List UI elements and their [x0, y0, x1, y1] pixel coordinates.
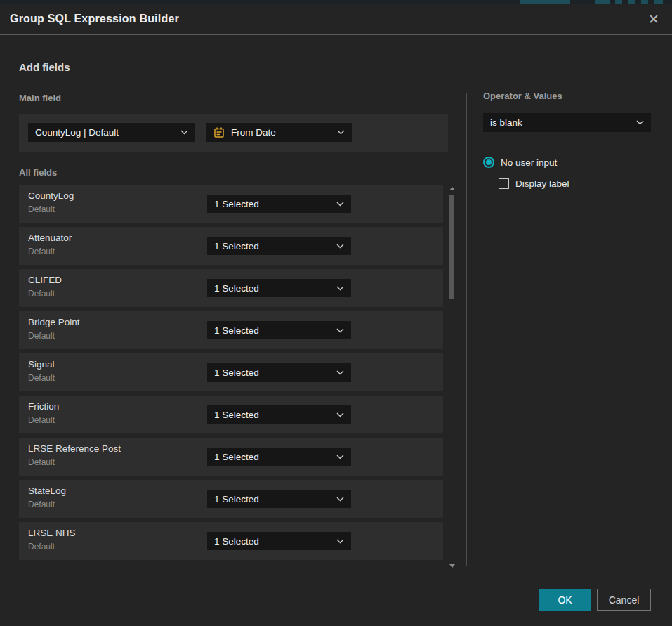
- no-user-input-radio[interactable]: No user input: [483, 157, 557, 168]
- close-icon[interactable]: ✕: [645, 11, 662, 28]
- operator-values-heading: Operator & Values: [483, 91, 562, 101]
- field-value-select[interactable]: 1 Selected: [207, 321, 351, 339]
- chevron-down-icon: [336, 370, 344, 375]
- dialog-header: Group SQL Expression Builder ✕: [0, 4, 672, 35]
- chevron-down-icon: [337, 130, 345, 135]
- ok-button[interactable]: OK: [539, 589, 591, 611]
- display-label-checkbox[interactable]: Display label: [499, 178, 569, 189]
- field-row: Bridge Point Default 1 Selected: [19, 311, 443, 349]
- field-value-select[interactable]: 1 Selected: [207, 405, 351, 424]
- calendar-icon: [213, 126, 225, 138]
- field-value-select-value: 1 Selected: [214, 199, 259, 209]
- field-subtitle: Default: [28, 331, 55, 341]
- field-name: StateLog: [28, 485, 66, 496]
- all-fields-label: All fields: [19, 167, 57, 178]
- display-label-label: Display label: [515, 178, 569, 189]
- chevron-down-icon: [636, 120, 644, 125]
- chevron-down-icon: [336, 455, 344, 459]
- field-value-select-value: 1 Selected: [214, 283, 259, 294]
- chevron-down-icon: [336, 497, 344, 502]
- field-name: Friction: [28, 401, 59, 412]
- field-value-select[interactable]: 1 Selected: [207, 490, 351, 508]
- field-subtitle: Default: [28, 542, 55, 552]
- chevron-down-icon: [336, 328, 344, 333]
- field-row: CountyLog Default 1 Selected: [19, 185, 443, 223]
- field-row: Friction Default 1 Selected: [19, 396, 443, 433]
- no-user-input-label: No user input: [501, 157, 557, 168]
- field-value-select-value: 1 Selected: [214, 325, 259, 336]
- field-row: Signal Default 1 Selected: [19, 353, 443, 391]
- chevron-down-icon: [336, 286, 344, 291]
- layer-select[interactable]: CountyLog | Default: [28, 123, 195, 142]
- field-subtitle: Default: [28, 247, 55, 256]
- field-name: Signal: [28, 359, 55, 370]
- group-sql-expression-builder-dialog: Group SQL Expression Builder ✕ Add field…: [0, 4, 672, 626]
- field-select-value: From Date: [231, 127, 276, 138]
- field-name: Attenuator: [28, 233, 72, 243]
- field-subtitle: Default: [28, 500, 55, 509]
- field-value-select-value: 1 Selected: [214, 452, 259, 462]
- checkbox-unchecked-icon: [499, 178, 509, 189]
- field-subtitle: Default: [28, 457, 55, 467]
- layer-select-value: CountyLog | Default: [35, 127, 119, 138]
- field-row: LRSE NHS Default 1 Selected: [19, 522, 443, 560]
- chevron-down-icon: [336, 244, 344, 249]
- scrollbar-thumb[interactable]: [449, 195, 454, 299]
- column-divider: [466, 93, 467, 566]
- field-value-select[interactable]: 1 Selected: [207, 448, 351, 466]
- field-name: Bridge Point: [28, 317, 80, 327]
- field-value-select-value: 1 Selected: [214, 536, 259, 547]
- field-row: StateLog Default 1 Selected: [19, 480, 443, 518]
- chevron-down-icon: [336, 412, 344, 417]
- chevron-down-icon: [180, 130, 188, 135]
- field-subtitle: Default: [28, 204, 55, 214]
- field-name: CountyLog: [28, 190, 74, 201]
- dialog-title: Group SQL Expression Builder: [10, 13, 179, 25]
- field-value-select-value: 1 Selected: [214, 494, 259, 504]
- field-row: LRSE Reference Post Default 1 Selected: [19, 438, 443, 476]
- field-value-select[interactable]: 1 Selected: [207, 363, 351, 382]
- field-name: LRSE Reference Post: [28, 443, 121, 454]
- field-value-select[interactable]: 1 Selected: [207, 532, 351, 550]
- field-value-select-value: 1 Selected: [214, 241, 259, 252]
- field-value-select[interactable]: 1 Selected: [207, 237, 351, 255]
- field-value-select[interactable]: 1 Selected: [207, 195, 351, 213]
- scroll-up-icon[interactable]: [449, 187, 455, 190]
- chevron-down-icon: [336, 539, 344, 544]
- screen: Group SQL Expression Builder ✕ Add field…: [0, 0, 672, 626]
- main-field-label: Main field: [19, 93, 61, 103]
- chevron-down-icon: [336, 202, 344, 207]
- field-subtitle: Default: [28, 289, 55, 299]
- main-field-panel: CountyLog | Default From Date: [19, 114, 448, 152]
- field-value-select-value: 1 Selected: [214, 367, 259, 378]
- field-value-select[interactable]: 1 Selected: [207, 279, 351, 297]
- field-row: Attenuator Default 1 Selected: [19, 227, 443, 265]
- field-subtitle: Default: [28, 373, 55, 383]
- field-value-select-value: 1 Selected: [214, 410, 259, 420]
- field-select[interactable]: From Date: [206, 123, 352, 142]
- fields-list-scrollbar[interactable]: [449, 185, 456, 570]
- field-name: CLIFED: [28, 275, 62, 285]
- field-name: LRSE NHS: [28, 528, 76, 538]
- operator-select[interactable]: is blank: [483, 113, 651, 132]
- add-fields-heading: Add fields: [19, 61, 70, 73]
- field-row: CLIFED Default 1 Selected: [19, 269, 443, 307]
- cancel-button[interactable]: Cancel: [597, 589, 651, 611]
- radio-selected-icon: [483, 157, 494, 168]
- scroll-down-icon[interactable]: [449, 564, 455, 568]
- operator-select-value: is blank: [490, 117, 522, 128]
- field-subtitle: Default: [28, 415, 55, 425]
